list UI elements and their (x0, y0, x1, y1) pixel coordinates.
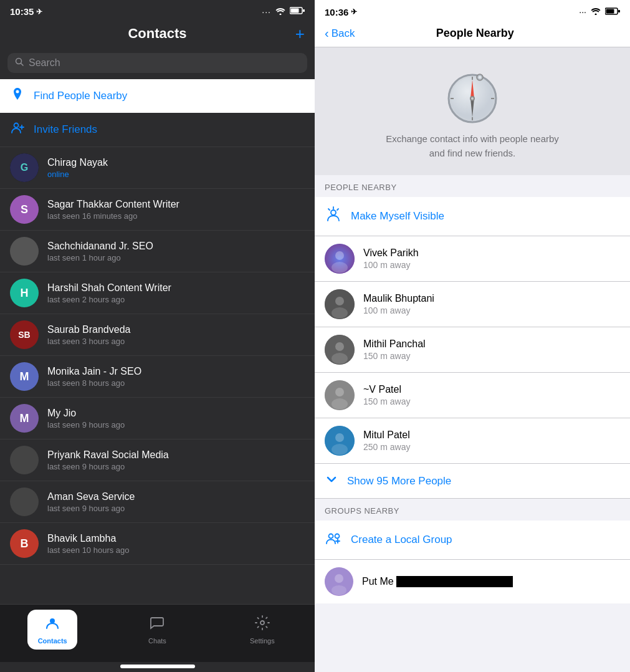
person-item-maulik[interactable]: Maulik Bhuptani 100 m away (315, 282, 630, 327)
avatar-chirag: G (10, 153, 39, 182)
nav-contacts[interactable]: Contacts (27, 610, 77, 650)
show-more-button[interactable]: Show 95 More People (315, 464, 630, 499)
person-item-mithil[interactable]: Mithil Panchal 150 m away (315, 327, 630, 373)
svg-point-9 (50, 618, 55, 623)
chevron-down-icon (325, 473, 338, 489)
svg-point-40 (332, 353, 348, 364)
chevron-left-icon: ‹ (325, 26, 329, 41)
person-distance: 100 m away (363, 260, 620, 270)
groups-list: Create a Local Group Put Me In Touch Wit… (315, 521, 630, 603)
contact-name: Bhavik Lambha (47, 533, 305, 544)
avatar-ahmedabad (325, 567, 353, 596)
left-status-icons: ··· (262, 7, 305, 17)
person-item-vpatel[interactable]: ~V Patel 150 m away (315, 373, 630, 418)
svg-point-25 (471, 97, 474, 100)
right-panel: 10:36 ✈ ··· ‹ Ba (315, 0, 630, 672)
make-visible-icon (325, 206, 342, 227)
avatar-harshil: H (10, 279, 39, 307)
left-panel: 10:35 ✈ ··· Contacts + (0, 0, 315, 672)
svg-point-33 (335, 251, 344, 260)
avatar-monika: M (10, 362, 39, 391)
svg-point-37 (332, 307, 348, 319)
contact-item-sachchidanand[interactable]: Sachchidanand Jr. SEO last seen 1 hour a… (0, 231, 315, 272)
svg-rect-3 (303, 9, 305, 12)
avatar-saurab: SB (10, 320, 39, 349)
location-icon: ✈ (36, 7, 42, 16)
avatar-mithil (325, 335, 355, 365)
contact-item-sagar[interactable]: S Sagar Thakkar Content Writer last seen… (0, 189, 315, 231)
svg-point-53 (332, 585, 346, 595)
svg-point-43 (332, 398, 348, 410)
chats-nav-icon (149, 615, 165, 635)
avatar-vivek (325, 244, 355, 274)
person-item-mitul[interactable]: Mitul Patel 250 m away (315, 418, 630, 464)
create-local-group-label: Create a Local Group (351, 534, 452, 546)
invite-friends-item[interactable]: Invite Friends (0, 113, 315, 147)
wifi-icon-left (275, 7, 286, 17)
avatar-myjio: M (10, 404, 39, 433)
page-title: People Nearby (355, 27, 595, 40)
person-name: Vivek Parikh (363, 247, 620, 259)
contact-status: last seen 8 hours ago (47, 378, 305, 388)
person-name: Mithil Panchal (363, 338, 620, 350)
svg-point-46 (332, 444, 348, 455)
contact-item-priyank[interactable]: Priyank Raval Social Media last seen 9 h… (0, 439, 315, 481)
person-item-vivek[interactable]: Vivek Parikh 100 m away (315, 236, 630, 282)
show-more-label: Show 95 More People (347, 475, 451, 487)
contact-status: last seen 2 hours ago (47, 295, 305, 304)
people-nearby-header: PEOPLE NEARBY (315, 175, 630, 197)
make-visible-item[interactable]: Make Myself Visible (315, 197, 630, 236)
make-visible-label: Make Myself Visible (351, 210, 444, 223)
add-contact-button[interactable]: + (295, 24, 305, 44)
chats-nav-label: Chats (148, 637, 166, 645)
contact-item-aman[interactable]: Aman Seva Service last seen 9 hours ago (0, 481, 315, 523)
contact-name: Sachchidanand Jr. SEO (47, 241, 305, 252)
right-status-icons: ··· (579, 6, 620, 17)
contact-name: Harshil Shah Content Writer (47, 282, 305, 294)
contact-item-chirag[interactable]: G Chirag Nayak online (0, 147, 315, 189)
contact-item-saurab[interactable]: SB Saurab Brandveda last seen 3 hours ag… (0, 314, 315, 356)
back-button[interactable]: ‹ Back (325, 26, 355, 41)
contacts-title: Contacts (128, 26, 186, 42)
contacts-nav-icon (44, 615, 60, 635)
svg-point-11 (595, 14, 597, 16)
svg-point-48 (335, 534, 340, 539)
contact-status: last seen 10 hours ago (47, 545, 305, 555)
contact-item-bhavik[interactable]: B Bhavik Lambha last seen 10 hours ago (0, 523, 315, 565)
contact-status: last seen 9 hours ago (47, 420, 305, 430)
put-in-touch-item[interactable]: Put Me In Touch With Ahmedabad (315, 560, 630, 603)
contact-item-harshil[interactable]: H Harshil Shah Content Writer last seen … (0, 272, 315, 314)
person-distance: 100 m away (363, 305, 620, 315)
contact-item-monika[interactable]: M Monika Jain - Jr SEO last seen 8 hours… (0, 356, 315, 398)
groups-nearby-header: GROUPS NEARBY (315, 499, 630, 521)
contact-name: Monika Jain - Jr SEO (47, 366, 305, 377)
svg-point-6 (14, 123, 19, 128)
nav-chats[interactable]: Chats (132, 615, 182, 645)
contact-name: My Jio (47, 408, 305, 419)
nav-settings[interactable]: Settings (237, 615, 287, 645)
bottom-navigation: Contacts Chats Settings (0, 604, 315, 662)
contact-status: last seen 9 hours ago (47, 504, 305, 513)
contacts-header: Contacts + (0, 21, 315, 49)
avatar-mitul (325, 426, 355, 456)
contact-item-myjio[interactable]: M My Jio last seen 9 hours ago (0, 398, 315, 439)
home-indicator (120, 665, 195, 668)
create-local-group-button[interactable]: Create a Local Group (315, 521, 630, 560)
person-distance: 250 m away (363, 442, 620, 452)
person-add-icon (10, 120, 25, 139)
put-in-touch-label: Put Me In Touch With Ahmedabad (362, 576, 620, 587)
left-status-bar: 10:35 ✈ ··· (0, 0, 315, 21)
contact-status: last seen 9 hours ago (47, 462, 305, 471)
person-distance: 150 m away (363, 396, 620, 406)
find-people-nearby-item[interactable]: Find People Nearby (0, 79, 315, 113)
svg-point-42 (335, 388, 344, 396)
dots-icon-right: ··· (579, 7, 586, 17)
svg-point-27 (479, 76, 482, 79)
hero-description: Exchange contact info with people nearby… (386, 132, 559, 160)
left-time: 10:35 ✈ (10, 6, 42, 17)
svg-point-28 (331, 210, 336, 215)
search-bar[interactable]: Search (7, 53, 307, 73)
svg-line-31 (328, 209, 330, 210)
avatar-aman (10, 487, 39, 516)
svg-point-34 (332, 262, 348, 273)
